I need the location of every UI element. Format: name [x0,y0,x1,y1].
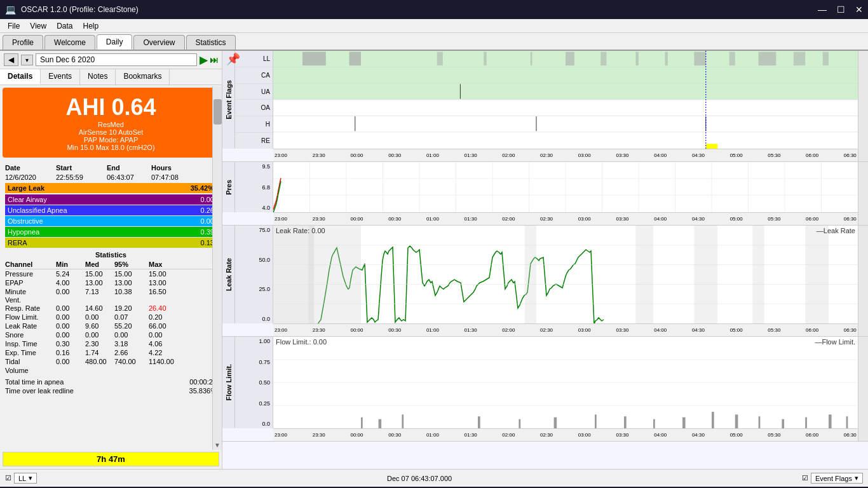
event-flags-chart: Event Flags LL CA UA OA H RE [222,51,868,162]
svg-rect-57 [752,226,764,323]
ef-label-h: H [235,116,273,133]
status-event-dropdown[interactable]: Event Flags ▾ [811,473,863,484]
maximize-button[interactable]: ☐ [837,4,845,15]
status-ll-arrow: ▾ [29,474,32,482]
duration-bar: 7h 47m [3,452,219,466]
menu-data[interactable]: Data [51,20,78,32]
ahi-section: AHI 0.64 ResMed AirSense 10 AutoSet PAP … [3,88,219,158]
menu-file[interactable]: File [3,20,25,32]
leak-rate-title-text: Leak Rate: 0.00 [276,227,325,234]
stats-row-exptime: Exp. Time0.161.742.664.22 [5,348,217,357]
status-right: ☑ Event Flags ▾ [802,473,863,484]
summary-section: Total time in apnea 00:00:23 Time over l… [5,377,217,395]
nav-dropdown-button[interactable]: ▾ [21,55,33,65]
event-flags-svg [273,51,858,149]
status-checkbox-icon: ☑ [5,474,11,482]
leak-scrollbar[interactable] [858,226,868,336]
stats-col-max: Max [149,261,183,268]
tab-overview[interactable]: Overview [133,35,184,50]
svg-rect-78 [846,416,848,428]
col-date: Date [5,164,56,172]
svg-rect-66 [519,419,520,428]
left-panel-scrollbar[interactable]: ▼ [212,86,222,450]
subtab-bookmarks[interactable]: Bookmarks [116,69,170,85]
menu-help[interactable]: Help [78,20,104,32]
app-icon: 💻 [5,4,16,15]
titlebar-left: 💻 OSCAR 1.2.0 (Profile: ClearStone) [5,4,139,15]
svg-rect-77 [829,414,832,428]
svg-rect-64 [402,414,403,428]
flow-limit-legend-text: —Flow Limit. [815,338,855,346]
tab-welcome[interactable]: Welcome [44,35,95,50]
pres-scrollbar[interactable] [858,162,868,225]
pres-xaxis: 23:0023:3000:0000:3001:0001:3002:0002:30… [273,212,858,225]
svg-rect-8 [635,52,639,66]
pressure-chart: Pres 9.5 6.8 4.0 [222,162,868,226]
session-end: 06:43:07 [107,173,151,181]
svg-rect-67 [554,417,557,428]
event-unclass: Unclassified Apnea 0.26 [5,205,217,215]
pres-chart-area [273,162,858,212]
pap-mode: PAP Mode: APAP [5,136,217,144]
svg-rect-1 [302,52,326,66]
svg-rect-75 [782,419,784,428]
svg-rect-7 [600,52,606,66]
status-ll-dropdown[interactable]: LL ▾ [14,473,37,484]
leak-label: Time over leak redline [5,387,74,395]
subtab-notes[interactable]: Notes [80,69,116,85]
event-ua-label: Unclassified Apnea [8,207,67,214]
flow-xaxis: 23:0023:3000:0000:3001:0001:3002:0002:30… [273,428,858,441]
col-start: Start [56,164,107,172]
tab-daily[interactable]: Daily [97,34,133,50]
stats-row-leakrate: Leak Rate0.009.6055.2066.00 [5,322,217,330]
leak-rate-legend-text: —Leak Rate [817,227,855,234]
main-area: ◀ ▾ Sun Dec 6 2020 ▶ ⏭ Details Events No… [0,51,868,469]
minimize-button[interactable]: — [818,4,827,15]
ef-label-ca: CA [235,67,273,84]
flow-scrollbar[interactable] [858,337,868,441]
col-end: End [107,164,151,172]
scroll-down-arrow[interactable]: ▼ [213,440,222,450]
chart-scrollbar[interactable] [858,51,868,161]
subtab-events[interactable]: Events [41,69,80,85]
event-r-label: RERA [8,239,27,247]
flow-rotated-label: Flow Limit. [222,337,235,428]
nav-back-button[interactable]: ◀ [4,53,18,66]
leak-title: Leak Rate: 0.00 [276,227,325,234]
stats-col-channel: Channel [5,261,56,268]
leak-xaxis: 23:0023:3000:0000:3001:0001:3002:0002:30… [273,323,858,336]
session-data-row: 12/6/2020 22:55:59 06:43:07 07:47:08 [5,173,217,182]
svg-rect-10 [694,52,705,66]
ef-label-re: RE [235,133,273,149]
tab-statistics[interactable]: Statistics [186,35,236,50]
session-start: 22:55:59 [56,173,107,181]
close-button[interactable]: ✕ [855,4,863,15]
pres-rotated-label: Pres [222,162,235,212]
col-hours: Hours [151,164,189,172]
stats-col-95: 95% [114,261,149,268]
session-hours: 07:47:08 [151,173,189,181]
stats-row-vent: Vent. [5,296,217,304]
nav-forward-icon[interactable]: ▶ [200,54,207,66]
svg-rect-15 [273,67,858,84]
subtab-details[interactable]: Details [0,69,41,85]
titlebar-controls[interactable]: — ☐ ✕ [818,4,863,15]
leak-chart-area [273,226,858,323]
session-date: 12/6/2020 [5,173,56,181]
svg-rect-72 [712,412,714,428]
svg-rect-55 [635,226,653,323]
status-event-arrow: ▾ [855,474,858,482]
status-center-time: Dec 07 06:43:07.000 [42,475,797,482]
flow-title: Flow Limit.: 0.00 [276,338,327,346]
event-flags-chart-area [273,51,858,149]
nav-forward-end-icon[interactable]: ⏭ [210,55,218,65]
ef-label-ll: LL [235,51,273,67]
leak-svg [273,226,858,323]
menu-view[interactable]: View [25,20,51,32]
stats-row-resp: Resp. Rate0.0014.6019.2026.40 [5,304,217,313]
nav-date-input[interactable]: Sun Dec 6 2020 [36,53,197,66]
stats-row-epap: EPAP4.0013.0013.0013.00 [5,278,217,287]
scrollbar-thumb[interactable] [214,99,222,125]
tab-profile[interactable]: Profile [3,35,43,50]
status-checkbox-right-icon: ☑ [802,474,808,482]
